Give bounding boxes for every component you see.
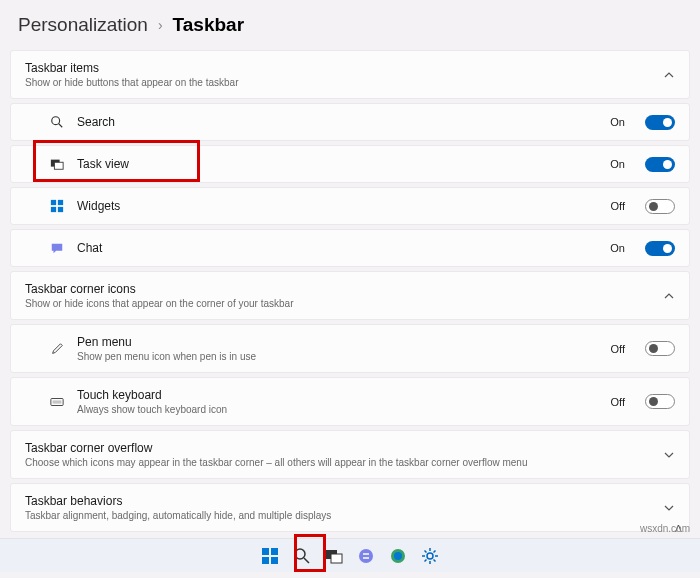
taskbar-settings-icon[interactable] bbox=[415, 543, 445, 569]
item-label: Touch keyboard bbox=[77, 388, 599, 402]
toggle-status: Off bbox=[611, 343, 625, 355]
section-taskbar-items: Taskbar items Show or hide buttons that … bbox=[10, 50, 690, 99]
svg-point-23 bbox=[394, 552, 402, 560]
item-label: Widgets bbox=[77, 199, 599, 213]
toggle-status: Off bbox=[611, 396, 625, 408]
chevron-up-icon bbox=[663, 69, 675, 81]
widgets-icon bbox=[49, 198, 65, 214]
toggle-status: On bbox=[610, 242, 625, 254]
svg-rect-7 bbox=[58, 207, 63, 212]
taskbar-chat-icon[interactable] bbox=[351, 543, 381, 569]
start-icon[interactable] bbox=[255, 543, 285, 569]
section-title: Taskbar items bbox=[25, 61, 663, 75]
taskbar-task-view-icon[interactable] bbox=[319, 543, 349, 569]
chevron-down-icon bbox=[663, 449, 675, 461]
section-title: Taskbar corner icons bbox=[25, 282, 663, 296]
svg-rect-8 bbox=[51, 398, 63, 405]
section-subtitle: Show or hide buttons that appear on the … bbox=[25, 77, 663, 88]
svg-line-18 bbox=[304, 558, 309, 563]
svg-rect-15 bbox=[262, 557, 269, 564]
chat-icon bbox=[49, 240, 65, 256]
toggle-chat[interactable] bbox=[645, 241, 675, 256]
keyboard-icon bbox=[49, 394, 65, 410]
pen-icon bbox=[49, 341, 65, 357]
task-view-icon bbox=[49, 156, 65, 172]
taskbar-edge-icon[interactable] bbox=[383, 543, 413, 569]
svg-line-1 bbox=[59, 124, 63, 128]
item-task-view: Task view On bbox=[10, 145, 690, 183]
item-label: Pen menu bbox=[77, 335, 599, 349]
toggle-status: On bbox=[610, 158, 625, 170]
item-sublabel: Show pen menu icon when pen is in use bbox=[77, 351, 599, 362]
svg-rect-5 bbox=[58, 200, 63, 205]
toggle-search[interactable] bbox=[645, 115, 675, 130]
section-subtitle: Choose which icons may appear in the tas… bbox=[25, 457, 663, 468]
breadcrumb-current: Taskbar bbox=[173, 14, 244, 36]
section-corner-icons: Taskbar corner icons Show or hide icons … bbox=[10, 271, 690, 320]
item-label: Task view bbox=[77, 157, 598, 171]
svg-point-21 bbox=[359, 549, 373, 563]
svg-rect-4 bbox=[51, 200, 56, 205]
breadcrumb: Personalization › Taskbar bbox=[0, 0, 700, 46]
svg-rect-6 bbox=[51, 207, 56, 212]
watermark: wsxdn.com bbox=[640, 523, 690, 534]
item-sublabel: Always show touch keyboard icon bbox=[77, 404, 599, 415]
toggle-touch-keyboard[interactable] bbox=[645, 394, 675, 409]
svg-rect-16 bbox=[271, 557, 278, 564]
chevron-right-icon: › bbox=[158, 17, 163, 33]
svg-rect-3 bbox=[54, 162, 63, 169]
item-touch-keyboard: Touch keyboard Always show touch keyboar… bbox=[10, 377, 690, 426]
section-header-taskbar-items[interactable]: Taskbar items Show or hide buttons that … bbox=[11, 51, 689, 98]
section-subtitle: Show or hide icons that appear on the co… bbox=[25, 298, 663, 309]
item-label: Chat bbox=[77, 241, 598, 255]
svg-point-0 bbox=[52, 117, 60, 125]
section-behaviors[interactable]: Taskbar behaviors Taskbar alignment, bad… bbox=[10, 483, 690, 532]
section-title: Taskbar behaviors bbox=[25, 494, 663, 508]
svg-point-17 bbox=[295, 549, 305, 559]
toggle-pen-menu[interactable] bbox=[645, 341, 675, 356]
chevron-up-icon bbox=[663, 290, 675, 302]
svg-rect-13 bbox=[262, 548, 269, 555]
svg-rect-20 bbox=[331, 554, 342, 563]
item-widgets: Widgets Off bbox=[10, 187, 690, 225]
search-icon bbox=[49, 114, 65, 130]
item-search: Search On bbox=[10, 103, 690, 141]
section-subtitle: Taskbar alignment, badging, automaticall… bbox=[25, 510, 663, 521]
svg-point-24 bbox=[427, 553, 433, 559]
section-header-corner-icons[interactable]: Taskbar corner icons Show or hide icons … bbox=[11, 272, 689, 319]
taskbar bbox=[0, 538, 700, 572]
item-chat: Chat On bbox=[10, 229, 690, 267]
toggle-status: Off bbox=[611, 200, 625, 212]
toggle-status: On bbox=[610, 116, 625, 128]
section-overflow[interactable]: Taskbar corner overflow Choose which ico… bbox=[10, 430, 690, 479]
toggle-task-view[interactable] bbox=[645, 157, 675, 172]
taskbar-search-icon[interactable] bbox=[287, 543, 317, 569]
section-title: Taskbar corner overflow bbox=[25, 441, 663, 455]
toggle-widgets[interactable] bbox=[645, 199, 675, 214]
breadcrumb-parent[interactable]: Personalization bbox=[18, 14, 148, 36]
chevron-down-icon bbox=[663, 502, 675, 514]
item-label: Search bbox=[77, 115, 598, 129]
svg-rect-14 bbox=[271, 548, 278, 555]
item-pen-menu: Pen menu Show pen menu icon when pen is … bbox=[10, 324, 690, 373]
